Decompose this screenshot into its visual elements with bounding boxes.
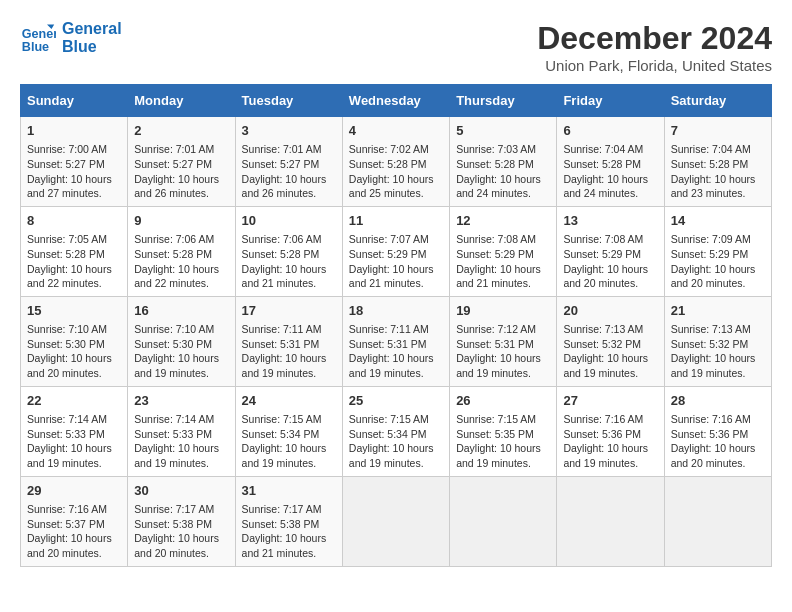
calendar-cell: 12Sunrise: 7:08 AM Sunset: 5:29 PM Dayli… xyxy=(450,206,557,296)
calendar-cell: 6Sunrise: 7:04 AM Sunset: 5:28 PM Daylig… xyxy=(557,117,664,207)
day-number: 6 xyxy=(563,122,657,140)
weekday-header-saturday: Saturday xyxy=(664,85,771,117)
day-info: Sunrise: 7:17 AM Sunset: 5:38 PM Dayligh… xyxy=(242,502,336,561)
day-number: 10 xyxy=(242,212,336,230)
day-number: 21 xyxy=(671,302,765,320)
title-area: December 2024 Union Park, Florida, Unite… xyxy=(537,20,772,74)
calendar-cell: 23Sunrise: 7:14 AM Sunset: 5:33 PM Dayli… xyxy=(128,386,235,476)
calendar-cell: 24Sunrise: 7:15 AM Sunset: 5:34 PM Dayli… xyxy=(235,386,342,476)
calendar-cell: 28Sunrise: 7:16 AM Sunset: 5:36 PM Dayli… xyxy=(664,386,771,476)
day-number: 25 xyxy=(349,392,443,410)
day-number: 31 xyxy=(242,482,336,500)
calendar-cell: 4Sunrise: 7:02 AM Sunset: 5:28 PM Daylig… xyxy=(342,117,449,207)
day-info: Sunrise: 7:01 AM Sunset: 5:27 PM Dayligh… xyxy=(134,142,228,201)
calendar-cell: 5Sunrise: 7:03 AM Sunset: 5:28 PM Daylig… xyxy=(450,117,557,207)
day-number: 16 xyxy=(134,302,228,320)
calendar-table: SundayMondayTuesdayWednesdayThursdayFrid… xyxy=(20,84,772,567)
day-info: Sunrise: 7:03 AM Sunset: 5:28 PM Dayligh… xyxy=(456,142,550,201)
day-number: 2 xyxy=(134,122,228,140)
calendar-cell: 31Sunrise: 7:17 AM Sunset: 5:38 PM Dayli… xyxy=(235,476,342,566)
logo-line1: General xyxy=(62,20,122,38)
logo-icon: General Blue xyxy=(20,20,56,56)
day-number: 18 xyxy=(349,302,443,320)
day-number: 23 xyxy=(134,392,228,410)
day-info: Sunrise: 7:14 AM Sunset: 5:33 PM Dayligh… xyxy=(134,412,228,471)
calendar-cell: 9Sunrise: 7:06 AM Sunset: 5:28 PM Daylig… xyxy=(128,206,235,296)
day-info: Sunrise: 7:14 AM Sunset: 5:33 PM Dayligh… xyxy=(27,412,121,471)
day-info: Sunrise: 7:11 AM Sunset: 5:31 PM Dayligh… xyxy=(242,322,336,381)
day-info: Sunrise: 7:08 AM Sunset: 5:29 PM Dayligh… xyxy=(456,232,550,291)
calendar-cell: 15Sunrise: 7:10 AM Sunset: 5:30 PM Dayli… xyxy=(21,296,128,386)
day-info: Sunrise: 7:11 AM Sunset: 5:31 PM Dayligh… xyxy=(349,322,443,381)
week-row-2: 8Sunrise: 7:05 AM Sunset: 5:28 PM Daylig… xyxy=(21,206,772,296)
day-info: Sunrise: 7:06 AM Sunset: 5:28 PM Dayligh… xyxy=(134,232,228,291)
day-number: 13 xyxy=(563,212,657,230)
calendar-cell xyxy=(450,476,557,566)
day-info: Sunrise: 7:10 AM Sunset: 5:30 PM Dayligh… xyxy=(134,322,228,381)
calendar-cell: 7Sunrise: 7:04 AM Sunset: 5:28 PM Daylig… xyxy=(664,117,771,207)
calendar-cell: 2Sunrise: 7:01 AM Sunset: 5:27 PM Daylig… xyxy=(128,117,235,207)
day-number: 29 xyxy=(27,482,121,500)
calendar-header: SundayMondayTuesdayWednesdayThursdayFrid… xyxy=(21,85,772,117)
week-row-5: 29Sunrise: 7:16 AM Sunset: 5:37 PM Dayli… xyxy=(21,476,772,566)
calendar-cell: 10Sunrise: 7:06 AM Sunset: 5:28 PM Dayli… xyxy=(235,206,342,296)
day-info: Sunrise: 7:09 AM Sunset: 5:29 PM Dayligh… xyxy=(671,232,765,291)
day-number: 1 xyxy=(27,122,121,140)
weekday-header-row: SundayMondayTuesdayWednesdayThursdayFrid… xyxy=(21,85,772,117)
day-info: Sunrise: 7:15 AM Sunset: 5:34 PM Dayligh… xyxy=(242,412,336,471)
day-number: 14 xyxy=(671,212,765,230)
calendar-cell: 26Sunrise: 7:15 AM Sunset: 5:35 PM Dayli… xyxy=(450,386,557,476)
calendar-cell: 19Sunrise: 7:12 AM Sunset: 5:31 PM Dayli… xyxy=(450,296,557,386)
day-number: 9 xyxy=(134,212,228,230)
calendar-cell: 3Sunrise: 7:01 AM Sunset: 5:27 PM Daylig… xyxy=(235,117,342,207)
calendar-cell: 13Sunrise: 7:08 AM Sunset: 5:29 PM Dayli… xyxy=(557,206,664,296)
subtitle: Union Park, Florida, United States xyxy=(537,57,772,74)
day-info: Sunrise: 7:13 AM Sunset: 5:32 PM Dayligh… xyxy=(563,322,657,381)
logo-line2: Blue xyxy=(62,38,122,56)
day-number: 11 xyxy=(349,212,443,230)
calendar-cell: 11Sunrise: 7:07 AM Sunset: 5:29 PM Dayli… xyxy=(342,206,449,296)
day-info: Sunrise: 7:01 AM Sunset: 5:27 PM Dayligh… xyxy=(242,142,336,201)
day-info: Sunrise: 7:13 AM Sunset: 5:32 PM Dayligh… xyxy=(671,322,765,381)
calendar-cell: 16Sunrise: 7:10 AM Sunset: 5:30 PM Dayli… xyxy=(128,296,235,386)
main-title: December 2024 xyxy=(537,20,772,57)
calendar-cell: 18Sunrise: 7:11 AM Sunset: 5:31 PM Dayli… xyxy=(342,296,449,386)
calendar-cell: 22Sunrise: 7:14 AM Sunset: 5:33 PM Dayli… xyxy=(21,386,128,476)
weekday-header-wednesday: Wednesday xyxy=(342,85,449,117)
day-info: Sunrise: 7:15 AM Sunset: 5:35 PM Dayligh… xyxy=(456,412,550,471)
week-row-4: 22Sunrise: 7:14 AM Sunset: 5:33 PM Dayli… xyxy=(21,386,772,476)
calendar-cell: 1Sunrise: 7:00 AM Sunset: 5:27 PM Daylig… xyxy=(21,117,128,207)
day-info: Sunrise: 7:17 AM Sunset: 5:38 PM Dayligh… xyxy=(134,502,228,561)
calendar-body: 1Sunrise: 7:00 AM Sunset: 5:27 PM Daylig… xyxy=(21,117,772,567)
day-number: 20 xyxy=(563,302,657,320)
day-number: 8 xyxy=(27,212,121,230)
day-info: Sunrise: 7:16 AM Sunset: 5:36 PM Dayligh… xyxy=(563,412,657,471)
day-info: Sunrise: 7:08 AM Sunset: 5:29 PM Dayligh… xyxy=(563,232,657,291)
day-info: Sunrise: 7:07 AM Sunset: 5:29 PM Dayligh… xyxy=(349,232,443,291)
day-number: 4 xyxy=(349,122,443,140)
day-info: Sunrise: 7:04 AM Sunset: 5:28 PM Dayligh… xyxy=(563,142,657,201)
calendar-cell: 21Sunrise: 7:13 AM Sunset: 5:32 PM Dayli… xyxy=(664,296,771,386)
weekday-header-thursday: Thursday xyxy=(450,85,557,117)
day-number: 5 xyxy=(456,122,550,140)
day-info: Sunrise: 7:05 AM Sunset: 5:28 PM Dayligh… xyxy=(27,232,121,291)
calendar-cell: 8Sunrise: 7:05 AM Sunset: 5:28 PM Daylig… xyxy=(21,206,128,296)
weekday-header-friday: Friday xyxy=(557,85,664,117)
day-info: Sunrise: 7:12 AM Sunset: 5:31 PM Dayligh… xyxy=(456,322,550,381)
day-info: Sunrise: 7:06 AM Sunset: 5:28 PM Dayligh… xyxy=(242,232,336,291)
day-number: 7 xyxy=(671,122,765,140)
day-number: 15 xyxy=(27,302,121,320)
calendar-cell: 20Sunrise: 7:13 AM Sunset: 5:32 PM Dayli… xyxy=(557,296,664,386)
weekday-header-monday: Monday xyxy=(128,85,235,117)
header: General Blue General Blue December 2024 … xyxy=(20,20,772,74)
day-number: 12 xyxy=(456,212,550,230)
calendar-cell xyxy=(342,476,449,566)
calendar-cell: 30Sunrise: 7:17 AM Sunset: 5:38 PM Dayli… xyxy=(128,476,235,566)
day-number: 17 xyxy=(242,302,336,320)
day-number: 24 xyxy=(242,392,336,410)
day-info: Sunrise: 7:15 AM Sunset: 5:34 PM Dayligh… xyxy=(349,412,443,471)
week-row-1: 1Sunrise: 7:00 AM Sunset: 5:27 PM Daylig… xyxy=(21,117,772,207)
day-number: 30 xyxy=(134,482,228,500)
calendar-cell xyxy=(664,476,771,566)
svg-text:Blue: Blue xyxy=(22,40,49,54)
